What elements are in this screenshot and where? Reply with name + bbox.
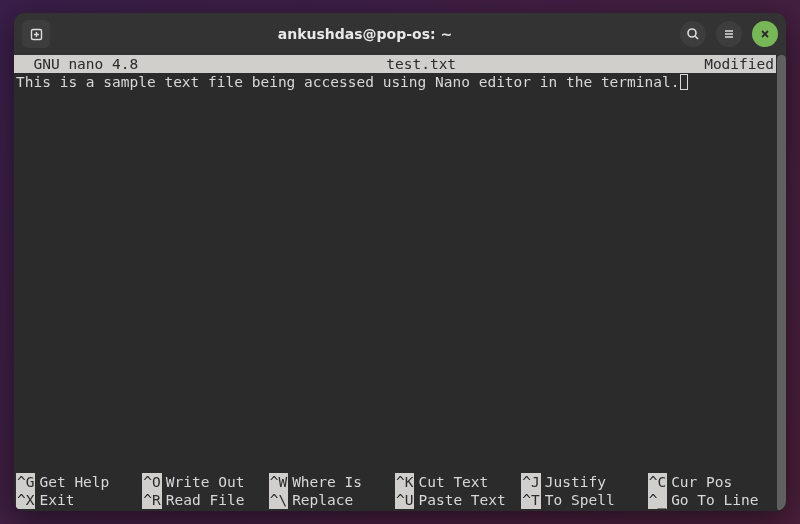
- shortcut-read-file: ^RRead File: [142, 491, 268, 509]
- nano-editor-content[interactable]: This is a sample text file being accesse…: [14, 73, 776, 91]
- shortcut-paste-text: ^UPaste Text: [395, 491, 521, 509]
- terminal-viewport[interactable]: GNU nano 4.8 test.txt Modified This is a…: [14, 55, 786, 511]
- svg-point-3: [688, 29, 696, 37]
- shortcut-to-spell: ^TTo Spell: [521, 491, 647, 509]
- shortcut-write-out: ^OWrite Out: [142, 473, 268, 491]
- window-title: ankushdas@pop-os: ~: [50, 26, 680, 42]
- nano-version-label: GNU nano 4.8: [16, 55, 138, 73]
- shortcut-exit: ^XExit: [16, 491, 142, 509]
- scrollbar-thumb[interactable]: [777, 55, 786, 511]
- shortcut-cut-text: ^KCut Text: [395, 473, 521, 491]
- nano-header-bar: GNU nano 4.8 test.txt Modified: [14, 55, 776, 73]
- svg-line-4: [695, 36, 698, 39]
- shortcut-where-is: ^WWhere Is: [269, 473, 395, 491]
- shortcut-replace: ^\Replace: [269, 491, 395, 509]
- shortcut-get-help: ^GGet Help: [16, 473, 142, 491]
- window-titlebar: ankushdas@pop-os: ~: [14, 13, 786, 55]
- nano-filename: test.txt: [138, 55, 704, 73]
- shortcut-justify: ^JJustify: [521, 473, 647, 491]
- new-tab-button[interactable]: [22, 20, 50, 48]
- search-button[interactable]: [680, 21, 706, 47]
- shortcut-go-to-line: ^_Go To Line: [648, 491, 774, 509]
- file-text: This is a sample text file being accesse…: [16, 74, 679, 90]
- vertical-scrollbar[interactable]: [776, 55, 786, 511]
- shortcut-cur-pos: ^CCur Pos: [648, 473, 774, 491]
- hamburger-menu-button[interactable]: [716, 21, 742, 47]
- terminal-window: ankushdas@pop-os: ~: [14, 13, 786, 511]
- nano-status: Modified: [704, 55, 774, 73]
- close-button[interactable]: [752, 21, 778, 47]
- text-cursor: [680, 74, 688, 90]
- nano-shortcut-bar: ^GGet Help ^OWrite Out ^WWhere Is ^KCut …: [14, 473, 776, 511]
